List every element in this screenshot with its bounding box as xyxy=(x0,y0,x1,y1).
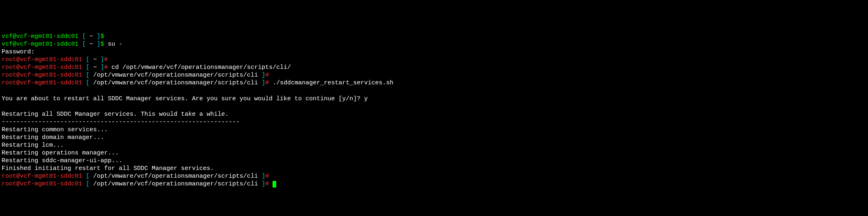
prompt-path: ~ xyxy=(89,33,93,40)
output-line: Finished initiating restart for all SDDC… xyxy=(2,165,214,172)
prompt-bracket: ] xyxy=(97,64,104,71)
terminal-output[interactable]: vcf@vcf-mgmt01-sddc01 [ ~ ]$ vcf@vcf-mgm… xyxy=(2,33,866,188)
prompt-user: root@vcf-mgmt01-sddc01 xyxy=(2,72,82,79)
prompt-bracket: [ xyxy=(82,181,93,187)
prompt-bracket: [ xyxy=(82,72,93,79)
prompt-path: ~ xyxy=(89,41,93,48)
prompt-path: /opt/vmware/vcf/operationsmanager/script… xyxy=(93,72,258,79)
cursor-icon xyxy=(273,181,276,187)
output-line: Restarting domain manager... xyxy=(2,134,104,141)
command-text: su - xyxy=(108,41,122,48)
prompt-bracket: [ xyxy=(79,33,89,40)
output-line: You are about to restart all SDDC Manage… xyxy=(2,95,368,102)
command-text: cd /opt/vmware/vcf/operationsmanager/scr… xyxy=(111,64,291,71)
output-line: Restarting lcm... xyxy=(2,142,64,149)
prompt-user: root@vcf-mgmt01-sddc01 xyxy=(2,56,82,63)
prompt-path: ~ xyxy=(93,56,97,63)
prompt-bracket: [ xyxy=(82,79,93,86)
output-line: Restarting all SDDC Manager services. Th… xyxy=(2,111,229,118)
prompt-bracket: [ xyxy=(82,173,93,180)
prompt-user: root@vcf-mgmt01-sddc01 xyxy=(2,79,82,86)
output-line: Restarting operations manager... xyxy=(2,150,119,156)
prompt-bracket: ] xyxy=(258,72,265,79)
prompt-path: ~ xyxy=(93,64,97,71)
prompt-bracket: [ xyxy=(82,56,93,63)
prompt-bracket: ] xyxy=(258,181,265,187)
prompt-symbol: # xyxy=(104,56,108,63)
prompt-user: vcf@vcf-mgmt01-sddc01 xyxy=(2,33,79,40)
prompt-bracket: ] xyxy=(97,56,104,63)
prompt-user: root@vcf-mgmt01-sddc01 xyxy=(2,173,82,180)
prompt-bracket: ] xyxy=(258,173,265,180)
prompt-user: root@vcf-mgmt01-sddc01 xyxy=(2,64,82,71)
prompt-path: /opt/vmware/vcf/operationsmanager/script… xyxy=(93,181,258,187)
prompt-bracket: [ xyxy=(82,64,93,71)
output-line: ----------------------------------------… xyxy=(2,119,240,126)
output-line: Restarting common services... xyxy=(2,126,108,133)
prompt-symbol: # xyxy=(104,64,111,71)
prompt-bracket: ] xyxy=(258,79,265,86)
output-line: Password: xyxy=(2,48,35,55)
prompt-user: vcf@vcf-mgmt01-sddc01 xyxy=(2,41,79,48)
prompt-bracket: ] xyxy=(93,41,100,48)
prompt-symbol: # xyxy=(265,173,269,180)
prompt-user: root@vcf-mgmt01-sddc01 xyxy=(2,181,82,187)
prompt-symbol: $ xyxy=(100,33,104,40)
prompt-path: /opt/vmware/vcf/operationsmanager/script… xyxy=(93,79,258,86)
prompt-symbol: # xyxy=(265,181,273,187)
prompt-symbol: # xyxy=(265,72,269,79)
output-line: Restarting sddc-manager-ui-app... xyxy=(2,157,122,164)
prompt-bracket: [ xyxy=(79,41,89,48)
prompt-symbol: $ xyxy=(100,41,108,48)
prompt-bracket: ] xyxy=(93,33,100,40)
command-text: ./sddcmanager_restart_services.sh xyxy=(273,79,393,86)
prompt-path: /opt/vmware/vcf/operationsmanager/script… xyxy=(93,173,258,180)
prompt-symbol: # xyxy=(265,79,273,86)
